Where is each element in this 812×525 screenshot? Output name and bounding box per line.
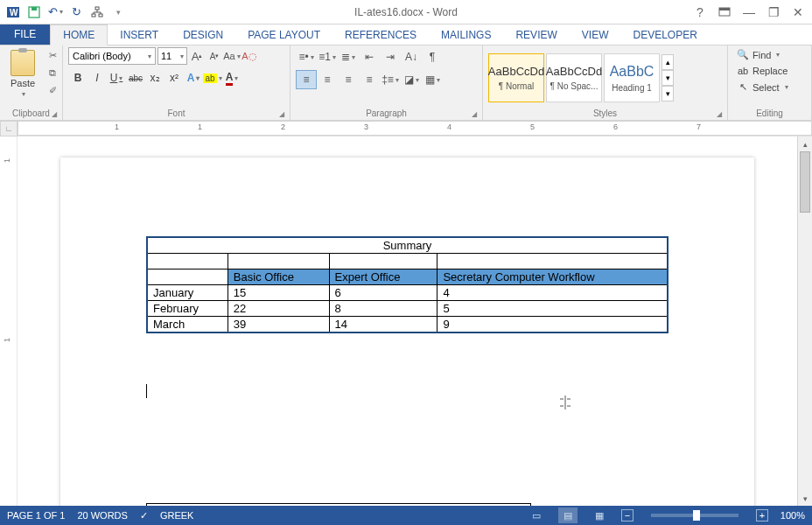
tab-review[interactable]: REVIEW — [503, 25, 569, 45]
table-header-cell[interactable] — [147, 270, 228, 285]
scroll-down-icon[interactable]: ▾ — [798, 491, 812, 506]
table-header-cell[interactable]: Secretary Computer Workflow — [438, 270, 668, 285]
vertical-scrollbar[interactable]: ▴ ▾ — [797, 136, 812, 506]
table-row[interactable]: March 39 14 9 — [147, 317, 668, 333]
redo-icon[interactable]: ↻ — [66, 3, 86, 22]
superscript-button[interactable]: x² — [164, 68, 184, 88]
bold-button[interactable]: B — [68, 68, 88, 88]
align-right-icon[interactable]: ≡ — [338, 70, 359, 89]
dialog-launcher-icon[interactable]: ◢ — [472, 110, 477, 118]
table-row[interactable]: January 15 6 4 — [147, 285, 668, 301]
read-mode-icon[interactable]: ▭ — [527, 508, 546, 523]
table-cell[interactable] — [147, 254, 228, 270]
table-cell[interactable] — [329, 254, 438, 270]
summary-table[interactable]: Summary Basic Office Expert Office Secre… — [146, 236, 668, 333]
tab-file[interactable]: FILE — [0, 24, 50, 45]
month-table[interactable]: January — [146, 503, 531, 506]
strikethrough-button[interactable]: abc — [126, 68, 145, 88]
table-cell[interactable]: February — [147, 301, 228, 317]
zoom-level[interactable]: 100% — [780, 510, 805, 521]
help-icon[interactable]: ? — [690, 2, 710, 23]
status-proofing-icon[interactable]: ✓ — [140, 510, 148, 522]
find-button[interactable]: 🔍Find▾ — [733, 47, 792, 62]
table-cell[interactable]: 6 — [329, 285, 438, 301]
scrollbar-thumb[interactable] — [800, 151, 810, 213]
style-normal[interactable]: AaBbCcDd ¶ Normal — [488, 53, 544, 102]
dialog-launcher-icon[interactable]: ◢ — [279, 110, 284, 118]
table-row[interactable] — [147, 254, 668, 270]
table-cell[interactable] — [228, 254, 329, 270]
style-no-spacing[interactable]: AaBbCcDd ¶ No Spac... — [546, 53, 602, 102]
sort-icon[interactable]: A↓ — [401, 47, 422, 66]
format-painter-icon[interactable]: ✐ — [44, 82, 61, 98]
table-header-cell[interactable]: Expert Office — [329, 270, 438, 285]
justify-icon[interactable]: ≡ — [359, 70, 380, 89]
restore-icon[interactable]: ❐ — [763, 2, 784, 23]
align-left-icon[interactable]: ≡ — [296, 70, 317, 89]
underline-button[interactable]: U▾ — [107, 68, 126, 88]
shrink-font-icon[interactable]: A▾ — [206, 48, 222, 64]
table-cell[interactable] — [438, 254, 668, 270]
font-size-input[interactable]: 11▾ — [158, 47, 187, 65]
table-row[interactable]: February 22 8 5 — [147, 301, 668, 317]
replace-button[interactable]: abReplace — [733, 64, 792, 78]
align-center-icon[interactable]: ≡ — [317, 70, 338, 89]
shading-icon[interactable]: ◪▾ — [401, 70, 422, 89]
tab-view[interactable]: VIEW — [570, 25, 621, 45]
table-row[interactable]: Summary — [147, 237, 668, 254]
italic-button[interactable]: I — [88, 68, 107, 88]
tab-home[interactable]: HOME — [50, 24, 108, 46]
line-spacing-icon[interactable]: ‡≡▾ — [380, 70, 401, 89]
dialog-launcher-icon[interactable]: ◢ — [717, 110, 722, 118]
zoom-slider[interactable] — [651, 514, 738, 517]
print-layout-icon[interactable]: ▤ — [558, 508, 578, 523]
app-icon[interactable]: W — [4, 3, 23, 22]
zoom-out-icon[interactable]: − — [621, 509, 634, 522]
table-header-row[interactable]: Basic Office Expert Office Secretary Com… — [147, 270, 668, 285]
ruler-vertical[interactable]: 1 1 — [0, 136, 18, 506]
tab-insert[interactable]: INSERT — [108, 25, 171, 45]
orgchart-icon[interactable] — [88, 3, 107, 22]
text-effects-icon[interactable]: A▾ — [184, 68, 203, 88]
zoom-slider-thumb[interactable] — [693, 510, 700, 521]
multilevel-list-icon[interactable]: ≣▾ — [338, 47, 359, 66]
styles-scroll-down-icon[interactable]: ▾ — [662, 70, 674, 86]
styles-expand-icon[interactable]: ▾ — [662, 86, 674, 102]
decrease-indent-icon[interactable]: ⇤ — [359, 47, 380, 66]
table-cell[interactable]: 39 — [228, 317, 329, 333]
paste-button[interactable]: Paste ▾ — [5, 47, 40, 100]
font-name-input[interactable]: Calibri (Body)▾ — [68, 47, 156, 65]
show-marks-icon[interactable]: ¶ — [422, 47, 443, 66]
status-words[interactable]: 20 WORDS — [77, 510, 127, 521]
tab-design[interactable]: DESIGN — [171, 25, 235, 45]
bullets-icon[interactable]: ≡•▾ — [296, 47, 317, 66]
scroll-up-icon[interactable]: ▴ — [798, 136, 812, 151]
borders-icon[interactable]: ▦▾ — [422, 70, 443, 89]
table-row[interactable]: January — [147, 504, 531, 507]
font-color-icon[interactable]: A▾ — [222, 68, 242, 88]
month-heading-cell[interactable]: January — [147, 504, 531, 507]
styles-scroll-up-icon[interactable]: ▴ — [662, 54, 674, 70]
clear-formatting-icon[interactable]: A◌ — [242, 48, 257, 64]
cut-icon[interactable]: ✂ — [44, 47, 61, 63]
copy-icon[interactable]: ⧉ — [44, 65, 61, 80]
table-cell[interactable]: 8 — [329, 301, 438, 317]
close-icon[interactable]: ✕ — [788, 2, 808, 23]
scrollbar-track[interactable] — [800, 151, 810, 491]
table-cell[interactable]: January — [147, 285, 228, 301]
table-cell[interactable]: 22 — [228, 301, 329, 317]
increase-indent-icon[interactable]: ⇥ — [380, 47, 401, 66]
save-icon[interactable] — [24, 3, 44, 22]
table-cell[interactable]: 14 — [329, 317, 438, 333]
numbering-icon[interactable]: ≡1▾ — [317, 47, 338, 66]
table-cell[interactable]: March — [147, 317, 228, 333]
page[interactable]: Summary Basic Office Expert Office Secre… — [60, 158, 754, 506]
undo-icon[interactable]: ↶▾ — [46, 3, 65, 22]
zoom-in-icon[interactable]: + — [756, 509, 768, 522]
change-case-icon[interactable]: Aa▾ — [224, 48, 240, 64]
table-title-cell[interactable]: Summary — [147, 237, 668, 254]
table-cell[interactable]: 5 — [438, 301, 668, 317]
select-button[interactable]: ↖Select▾ — [733, 80, 792, 94]
table-cell[interactable]: 4 — [438, 285, 668, 301]
table-cell[interactable]: 15 — [228, 285, 329, 301]
